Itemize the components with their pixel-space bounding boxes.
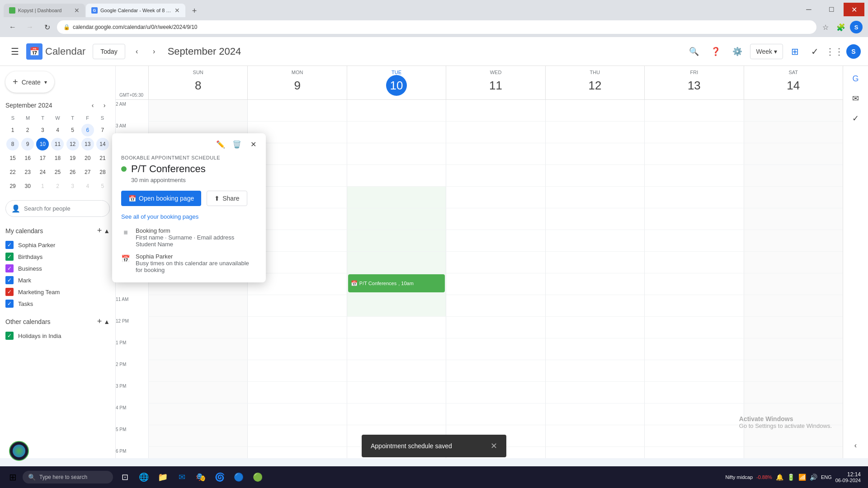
- add-other-cal-icon[interactable]: +: [97, 317, 102, 326]
- cell-wed-11am[interactable]: [446, 295, 545, 317]
- calendar-item-holidays[interactable]: ✓ Holidays in India: [5, 330, 110, 342]
- cell-wed-3am[interactable]: [446, 122, 545, 143]
- taskbar-app-explorer[interactable]: 📁: [154, 468, 172, 486]
- cell-fri-1pm[interactable]: [644, 338, 743, 360]
- taskbar-app-green2[interactable]: 🟢: [249, 468, 267, 486]
- mini-day-10[interactable]: 10: [36, 138, 49, 150]
- cell-fri-4pm[interactable]: [644, 404, 743, 425]
- mini-day-21[interactable]: 21: [96, 152, 109, 164]
- cell-tue-9am[interactable]: [347, 252, 446, 273]
- cell-wed-2am[interactable]: [446, 100, 545, 122]
- cell-thu-7am[interactable]: [545, 208, 644, 230]
- cell-wed-9am[interactable]: [446, 252, 545, 273]
- tab-kopyst-close[interactable]: ✕: [74, 7, 80, 14]
- cell-sat-5pm[interactable]: [744, 425, 843, 447]
- day-num-13[interactable]: 13: [684, 75, 704, 96]
- taskbar-app-task-view[interactable]: ⊡: [116, 468, 134, 486]
- mini-day-28[interactable]: 28: [96, 166, 109, 178]
- cell-tue-6am[interactable]: [347, 187, 446, 208]
- mini-day-18[interactable]: 18: [51, 152, 64, 164]
- cell-fri-5pm[interactable]: [644, 425, 743, 447]
- calendar-item-marketing[interactable]: ✓ Marketing Team: [5, 286, 110, 298]
- day-col-thu[interactable]: THU 12: [545, 66, 644, 99]
- minimize-button[interactable]: ─: [798, 3, 819, 16]
- cell-mon-6pm[interactable]: [247, 447, 346, 458]
- cell-thu-8am[interactable]: [545, 230, 644, 252]
- mini-day-oct1[interactable]: 1: [36, 180, 49, 192]
- cell-sun-3pm[interactable]: [148, 382, 247, 404]
- mini-day-16[interactable]: 16: [21, 152, 34, 164]
- cell-sat-9am[interactable]: [744, 252, 843, 273]
- hamburger-menu[interactable]: ☰: [7, 42, 23, 61]
- day-col-tue[interactable]: TUE 10: [347, 66, 446, 99]
- cell-wed-7am[interactable]: [446, 208, 545, 230]
- holidays-checkbox[interactable]: ✓: [5, 332, 14, 340]
- cell-thu-6pm[interactable]: [545, 447, 644, 458]
- cell-fri-6am[interactable]: [644, 187, 743, 208]
- mini-day-2[interactable]: 2: [21, 124, 34, 136]
- cell-sun-2am[interactable]: [148, 100, 247, 122]
- sophia-checkbox[interactable]: ✓: [5, 241, 14, 249]
- grid-view-icon[interactable]: ⊞: [787, 43, 803, 60]
- mini-day-24[interactable]: 24: [36, 166, 49, 178]
- cell-fri-9am[interactable]: [644, 252, 743, 273]
- mini-day-9[interactable]: 9: [21, 138, 34, 150]
- mini-day-11[interactable]: 11: [51, 138, 64, 150]
- mini-day-oct5[interactable]: 5: [96, 180, 109, 192]
- cell-mon-2am[interactable]: [247, 100, 346, 122]
- cell-sat-10am[interactable]: [744, 273, 843, 295]
- cell-sun-4pm[interactable]: [148, 404, 247, 425]
- cell-wed-12pm[interactable]: [446, 317, 545, 338]
- cell-mon-5pm[interactable]: [247, 425, 346, 447]
- cell-tue-10am[interactable]: 📅 P/T Conferences, 10am: [347, 273, 446, 295]
- cell-wed-6am[interactable]: [446, 187, 545, 208]
- apps-icon[interactable]: ⋮⋮: [826, 43, 843, 60]
- mini-day-8[interactable]: 8: [6, 138, 19, 150]
- cell-sat-5am[interactable]: [744, 165, 843, 187]
- extensions-icon[interactable]: 🧩: [835, 21, 847, 33]
- cell-sat-2am[interactable]: [744, 100, 843, 122]
- cell-sat-11am[interactable]: [744, 295, 843, 317]
- cell-sat-8am[interactable]: [744, 230, 843, 252]
- mini-day-4[interactable]: 4: [51, 124, 64, 136]
- cell-sun-5pm[interactable]: [148, 425, 247, 447]
- cell-mon-11am[interactable]: [247, 295, 346, 317]
- cell-tue-4am[interactable]: [347, 143, 446, 165]
- taskbar-app-edge[interactable]: 🌐: [135, 468, 153, 486]
- side-panel-expand-icon[interactable]: ‹: [847, 436, 865, 455]
- mini-next-arrow[interactable]: ›: [99, 100, 110, 111]
- birthdays-checkbox[interactable]: ✓: [5, 253, 14, 261]
- add-calendar-icon[interactable]: +: [97, 226, 102, 235]
- cell-wed-5am[interactable]: [446, 165, 545, 187]
- cell-mon-2pm[interactable]: [247, 360, 346, 382]
- cell-thu-2am[interactable]: [545, 100, 644, 122]
- day-col-wed[interactable]: WED 11: [446, 66, 545, 99]
- cell-tue-4pm[interactable]: [347, 404, 446, 425]
- tasks-icon[interactable]: ✓: [807, 43, 823, 60]
- cell-sat-3am[interactable]: [744, 122, 843, 143]
- mini-day-27[interactable]: 27: [81, 166, 94, 178]
- day-col-sun[interactable]: SUN 8: [148, 66, 247, 99]
- calendar-item-mark[interactable]: ✓ Mark: [5, 274, 110, 286]
- calendar-item-birthdays[interactable]: ✓ Birthdays: [5, 251, 110, 263]
- cell-tue-5am[interactable]: [347, 165, 446, 187]
- mini-day-19[interactable]: 19: [66, 152, 79, 164]
- cell-sat-3pm[interactable]: [744, 382, 843, 404]
- cell-thu-5pm[interactable]: [545, 425, 644, 447]
- cell-sun-12pm[interactable]: [148, 317, 247, 338]
- mini-day-oct4[interactable]: 4: [81, 180, 94, 192]
- mini-day-3[interactable]: 3: [36, 124, 49, 136]
- day-col-fri[interactable]: FRI 13: [644, 66, 743, 99]
- calendar-item-tasks[interactable]: ✓ Tasks: [5, 298, 110, 310]
- cell-thu-1pm[interactable]: [545, 338, 644, 360]
- address-bar[interactable]: 🔒 calendar.google.com/calendar/u/0/r/wee…: [57, 20, 816, 34]
- cell-thu-10am[interactable]: [545, 273, 644, 295]
- mini-day-20[interactable]: 20: [81, 152, 94, 164]
- close-button[interactable]: ✕: [844, 3, 864, 16]
- cell-mon-3pm[interactable]: [247, 382, 346, 404]
- cell-sun-6pm[interactable]: [148, 447, 247, 458]
- day-num-12[interactable]: 12: [585, 75, 605, 96]
- cell-fri-2pm[interactable]: [644, 360, 743, 382]
- popup-delete-button[interactable]: 🗑️: [230, 137, 244, 151]
- calendar-item-sophia[interactable]: ✓ Sophia Parker: [5, 239, 110, 251]
